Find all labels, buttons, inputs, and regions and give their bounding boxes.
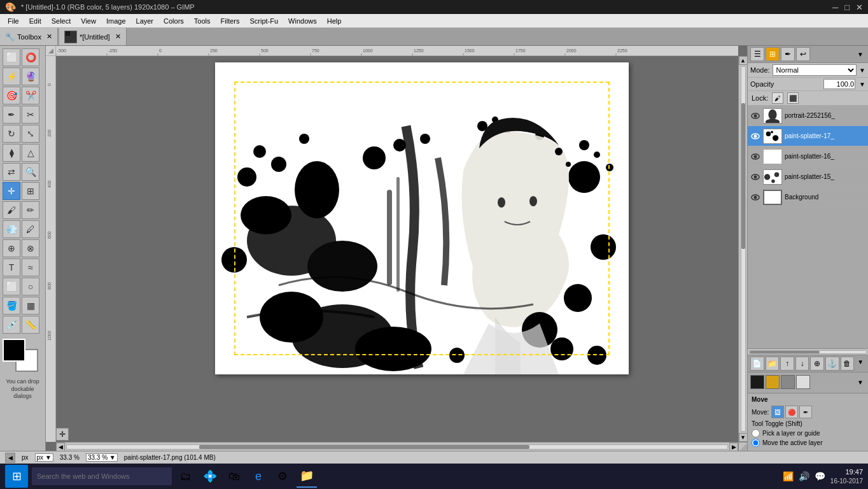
statusbar-nav-btn[interactable]: ◀ — [5, 453, 15, 463]
hscroll-track[interactable] — [66, 444, 728, 450]
channels-icon[interactable]: ⊞ — [766, 47, 780, 61]
layer-down-btn[interactable]: ↓ — [795, 357, 809, 371]
airbrush-tool[interactable]: 💨 — [3, 220, 20, 238]
duplicate-layer-btn[interactable]: ⊕ — [810, 357, 824, 371]
menu-help[interactable]: Help — [322, 16, 347, 26]
paint-tool[interactable]: 🖌 — [3, 201, 20, 219]
dodge-tool[interactable]: ○ — [22, 278, 39, 295]
layer-eye-background[interactable] — [750, 192, 760, 202]
layer-eye-portrait[interactable] — [750, 111, 760, 121]
color-swatch-gray[interactable] — [781, 375, 795, 389]
vscroll-up-btn[interactable]: ▲ — [739, 56, 748, 65]
hscroll-thumb[interactable] — [199, 445, 529, 449]
close-button[interactable]: ✕ — [856, 3, 863, 12]
color-swatch-black[interactable] — [750, 375, 764, 389]
align-tool[interactable]: ⊞ — [22, 182, 39, 200]
canvas-area[interactable]: -500 -250 0 250 500 750 1000 1250 — [46, 46, 747, 451]
erase-tool[interactable]: ⬜ — [3, 278, 20, 295]
opacity-input[interactable]: 100.0 — [823, 79, 855, 89]
panel-menu-icon[interactable]: ▼ — [855, 49, 865, 59]
heal-tool[interactable]: ⊗ — [22, 239, 39, 257]
rect-select-tool[interactable]: ⬜ — [3, 48, 20, 66]
hscroll-right-btn[interactable]: ▶ — [729, 443, 738, 451]
undo-icon[interactable]: ↩ — [796, 47, 810, 61]
layers-hscroll-thumb[interactable] — [750, 351, 820, 353]
move-tool[interactable]: ✛ — [3, 182, 20, 200]
colors-expand-btn[interactable]: ▼ — [855, 375, 865, 389]
paths-icon[interactable]: ✒ — [781, 47, 795, 61]
ellipse-select-tool[interactable]: ⭕ — [22, 48, 39, 66]
layer-eye-splatter16[interactable] — [750, 152, 760, 162]
lock-alpha-btn[interactable]: ⬛ — [787, 92, 799, 104]
move-path-btn[interactable]: ✒ — [799, 406, 812, 418]
taskbar-app-task-view[interactable]: 🗂 — [176, 465, 196, 488]
vscroll-thumb[interactable] — [741, 103, 745, 249]
toolbox-close-icon[interactable]: ✕ — [46, 32, 52, 41]
minimize-button[interactable]: ─ — [832, 3, 838, 12]
move-active-radio[interactable] — [752, 439, 760, 447]
mode-expand-icon[interactable]: ▼ — [859, 67, 865, 74]
paths-tool[interactable]: ✒ — [3, 106, 20, 124]
color-picker-tool[interactable]: 💉 — [3, 316, 20, 334]
layer-up-btn[interactable]: ↑ — [780, 357, 794, 371]
color-swatch-light[interactable] — [796, 375, 810, 389]
new-layer-btn[interactable]: 📄 — [750, 357, 764, 371]
nav-arrows[interactable]: ✛ — [56, 428, 69, 441]
taskbar-app-store[interactable]: 🛍 — [224, 465, 244, 488]
taskbar-app-explorer[interactable]: 📁 — [297, 465, 317, 488]
zoom-tool[interactable]: 🔍 — [22, 163, 39, 181]
canvas-content[interactable] — [56, 56, 738, 442]
perspective-tool[interactable]: △ — [22, 144, 39, 162]
blend-tool[interactable]: ▦ — [22, 297, 39, 315]
menu-scriptfu[interactable]: Script-Fu — [244, 16, 283, 26]
bucket-fill-tool[interactable]: 🪣 — [3, 297, 20, 315]
mode-select[interactable]: Normal Multiply Screen Overlay — [773, 64, 857, 76]
new-layer-group-btn[interactable]: 📁 — [766, 357, 780, 371]
ink-tool[interactable]: 🖊 — [22, 220, 39, 238]
taskbar-app-dropbox[interactable]: 💠 — [200, 465, 220, 488]
menu-layer[interactable]: Layer — [131, 16, 159, 26]
layers-hscroll-track[interactable] — [749, 350, 867, 354]
layer-eye-splatter15[interactable] — [750, 172, 760, 182]
layers-icon[interactable]: ☰ — [750, 47, 764, 61]
taskbar-app-edge[interactable]: e — [248, 465, 269, 488]
crop-tool[interactable]: ✂ — [22, 106, 39, 124]
menu-select[interactable]: Select — [46, 16, 76, 26]
measure-tool[interactable]: 📏 — [22, 316, 39, 334]
fuzzy-select-tool[interactable]: 🔮 — [22, 67, 39, 85]
menu-edit[interactable]: Edit — [24, 16, 46, 26]
clock[interactable]: 19:47 16-10-2017 — [830, 467, 863, 485]
vscroll-down-btn[interactable]: ▼ — [739, 433, 748, 442]
layer-item-background[interactable]: Background — [748, 187, 868, 208]
hscroll-left-btn[interactable]: ◀ — [56, 443, 65, 451]
lock-pixels-btn[interactable]: 🖌 — [772, 92, 783, 104]
menu-colors[interactable]: Colors — [158, 16, 189, 26]
opacity-expand-icon[interactable]: ▼ — [859, 81, 865, 88]
menu-image[interactable]: Image — [101, 16, 131, 26]
vscrollbar[interactable]: ▲ ▼ — [738, 56, 747, 442]
image-close-icon[interactable]: ✕ — [115, 32, 121, 41]
color-swatch-gold[interactable] — [766, 375, 780, 389]
move-layer-btn[interactable]: 🖼 — [771, 406, 784, 418]
layer-item-splatter15[interactable]: paint-splatter-15_ — [748, 167, 868, 187]
rotate-tool[interactable]: ↻ — [3, 125, 20, 143]
menu-file[interactable]: File — [3, 16, 24, 26]
layer-item-splatter17[interactable]: paint-splatter-17_ — [748, 126, 868, 146]
menu-tools[interactable]: Tools — [189, 16, 216, 26]
notification-icon[interactable]: 💬 — [815, 471, 825, 481]
layers-panel-menu-btn[interactable]: ▼ — [855, 357, 865, 367]
layer-item-splatter16[interactable]: paint-splatter-16_ — [748, 146, 868, 167]
pick-layer-radio[interactable] — [752, 429, 760, 437]
menu-windows[interactable]: Windows — [283, 16, 322, 26]
text-tool[interactable]: T — [3, 259, 20, 276]
vscroll-track[interactable] — [741, 66, 746, 432]
volume-icon[interactable]: 🔊 — [799, 471, 809, 481]
flip-tool[interactable]: ⇄ — [3, 163, 20, 181]
move-selection-btn[interactable]: 🔴 — [785, 406, 798, 418]
delete-layer-btn[interactable]: 🗑 — [841, 357, 855, 371]
color-select-tool[interactable]: 🎯 — [3, 87, 20, 104]
layer-eye-splatter17[interactable] — [750, 131, 760, 141]
menu-view[interactable]: View — [76, 16, 101, 26]
shear-tool[interactable]: ⧫ — [3, 144, 20, 162]
scale-tool[interactable]: ⤡ — [22, 125, 39, 143]
